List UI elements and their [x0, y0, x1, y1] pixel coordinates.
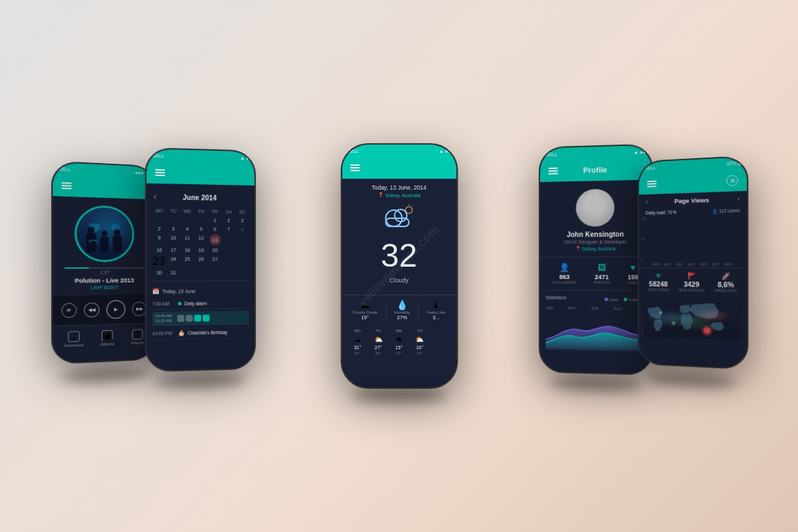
- menu-icon[interactable]: [61, 182, 72, 189]
- schedule-item-active[interactable]: 10:00 AM 10:20 AM: [152, 311, 249, 326]
- phone2-icons: ▲ ●: [240, 155, 249, 160]
- schedule-section: 📅 Today, 13 June 7:00 AM Daily alarm 10:…: [152, 285, 249, 343]
- prev-page-button[interactable]: ‹: [646, 198, 648, 206]
- cal-cell[interactable]: 3: [235, 217, 249, 224]
- cal-cell[interactable]: 19: [194, 246, 208, 254]
- cal-cell-highlight[interactable]: 13: [209, 234, 220, 245]
- schedule-item-alarm[interactable]: 7:00 AM Daily alarm: [152, 298, 249, 310]
- svg-point-11: [406, 207, 413, 213]
- cal-cell[interactable]: 8: [235, 226, 249, 233]
- cal-cell[interactable]: 9: [152, 234, 166, 245]
- cal-cell[interactable]: [194, 216, 208, 224]
- photos-stat: 🖼 2471 PHOTOS: [593, 263, 610, 284]
- cal-cell[interactable]: 12: [194, 234, 208, 245]
- cal-cell[interactable]: [235, 235, 249, 246]
- cal-cell[interactable]: [222, 235, 235, 246]
- svg-point-16: [672, 321, 676, 325]
- phone4-icons: ▲ ●●: [634, 149, 646, 155]
- cal-cell[interactable]: 4: [180, 225, 194, 233]
- new-visitors-metric: 🚩 3429 NEW VISITORS: [679, 272, 704, 292]
- cal-cell[interactable]: 25: [180, 255, 194, 267]
- cal-cell[interactable]: 7: [222, 226, 235, 233]
- cal-cell[interactable]: 10: [166, 234, 181, 245]
- cal-cell[interactable]: [222, 255, 235, 267]
- speed-rate-icon: 🚀: [715, 272, 737, 280]
- speed-rate-value: 8,6%: [715, 281, 737, 289]
- cal-cell[interactable]: 31: [166, 269, 181, 276]
- statistics-section: Statistics Likes Followers: [540, 291, 651, 356]
- phone3-carrier: BELL: [347, 149, 359, 153]
- cal-cell[interactable]: 17: [166, 246, 181, 254]
- phone4-menu-icon[interactable]: [548, 168, 558, 175]
- cal-cell[interactable]: 20: [208, 246, 222, 254]
- phone2-carrier: BELL: [152, 153, 164, 158]
- location-pin-icon: 📍: [378, 192, 384, 198]
- cal-cell[interactable]: [222, 247, 235, 254]
- weather-icon: [349, 203, 449, 235]
- users-count-value: 112 users: [719, 208, 739, 213]
- metrics-row: 👁 58248 PAGE VIEWS 🚩 3429 NEW VISITORS 🚀…: [639, 267, 747, 297]
- cal-cell[interactable]: [180, 216, 194, 224]
- cal-cell[interactable]: 27: [208, 255, 222, 267]
- x-label-may: MAY: [664, 263, 670, 267]
- settings-icon[interactable]: ⚙: [726, 175, 738, 186]
- play-button[interactable]: ▶: [106, 300, 125, 319]
- svg-point-9: [395, 209, 407, 222]
- cal-cell[interactable]: 1: [208, 217, 222, 224]
- cal-cell[interactable]: [235, 247, 249, 254]
- svg-point-15: [702, 325, 713, 336]
- profile-stats: 👤 863 FOLLOWERS 🖼 2471 PHOTOS ♥ 159: [540, 256, 651, 291]
- cal-cell[interactable]: [152, 216, 166, 224]
- day-fr: FR: [208, 209, 222, 214]
- low-th: 14°: [409, 351, 430, 355]
- schedule-item-birthday[interactable]: 14:00 PM 🎂 Charlotte's Birthday: [152, 326, 249, 340]
- new-visitors-label: NEW VISITORS: [679, 288, 704, 292]
- cal-cell[interactable]: [166, 216, 181, 224]
- cal-cell[interactable]: 6: [208, 226, 222, 233]
- page-views-value: 58248: [648, 280, 669, 288]
- cal-cell[interactable]: 30: [152, 269, 166, 276]
- phone4-carrier: BELL: [546, 151, 557, 156]
- day-sa: SA: [222, 209, 235, 214]
- cloudy-detail: ☁ Cloudy Guide 19°: [353, 299, 377, 321]
- new-visitors-icon: 🚩: [679, 272, 704, 280]
- followers-label: FOLLOWERS: [552, 280, 576, 284]
- speed-rate-metric: 🚀 8,6% SPEED RATE: [715, 272, 737, 293]
- weather-location: 📍 Sidney, Australia: [349, 192, 449, 198]
- photos-icon: 🖼: [593, 263, 610, 272]
- followers-value: 863: [552, 274, 576, 280]
- nav-playlist[interactable]: ≡ Playlist: [131, 329, 144, 345]
- cal-cell[interactable]: 2: [152, 225, 166, 233]
- next-page-button[interactable]: ›: [737, 195, 740, 203]
- cal-cell[interactable]: 11: [180, 234, 194, 245]
- cal-cell[interactable]: [235, 256, 249, 268]
- svg-rect-2: [86, 233, 96, 252]
- cal-cell[interactable]: 26: [194, 255, 208, 267]
- nav-download[interactable]: ↓ Download: [64, 331, 83, 348]
- phone1-carrier: BELL: [58, 166, 70, 172]
- phone2-menu-icon[interactable]: [155, 169, 165, 176]
- phone5-menu-icon[interactable]: [647, 181, 657, 188]
- prev-button[interactable]: ◀◀: [84, 303, 99, 318]
- profile-avatar: [576, 189, 615, 227]
- nav-albums[interactable]: ▣ Albums: [100, 330, 115, 346]
- cal-cell[interactable]: 16: [152, 246, 166, 254]
- cal-cell[interactable]: 3: [166, 225, 181, 233]
- page-views-label: PAGE VIEWS: [648, 288, 669, 292]
- prev-month-button[interactable]: ‹: [153, 192, 156, 201]
- month-title: June 2014: [183, 193, 217, 201]
- low-we: 17°: [389, 351, 409, 355]
- cal-cell[interactable]: 18: [180, 246, 194, 254]
- x-label-apr: APR: [653, 263, 660, 267]
- phone1-header: [53, 175, 155, 200]
- download-icon: ↓: [68, 331, 80, 342]
- forecast-day-th: TH: [409, 329, 430, 333]
- cal-cell[interactable]: 24: [166, 255, 181, 267]
- phone3-menu-icon[interactable]: [350, 164, 359, 171]
- cal-cell[interactable]: 5: [194, 225, 208, 233]
- cal-cell[interactable]: 2: [222, 217, 235, 224]
- likes-legend: Likes: [604, 297, 619, 301]
- temp-tu: 27°: [368, 345, 388, 350]
- cal-today[interactable]: 23: [152, 255, 166, 267]
- shuffle-button[interactable]: ⇌: [61, 303, 77, 318]
